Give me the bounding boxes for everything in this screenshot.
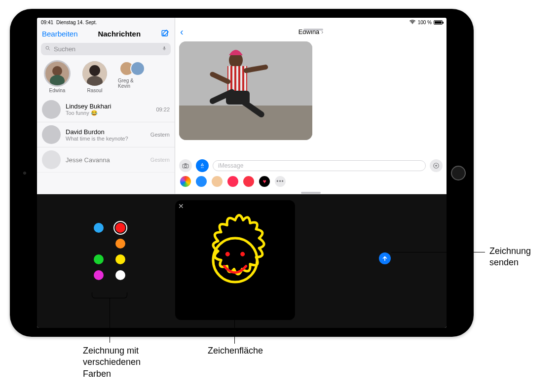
input-placeholder: iMessage: [218, 162, 243, 169]
callout-canvas: Zeichenfläche: [208, 345, 263, 356]
color-swatch-green[interactable]: [94, 254, 104, 264]
search-field[interactable]: Suchen: [41, 43, 171, 55]
messages-app: 09:41 Dienstag 14. Sept. Bearbeiten Nach…: [37, 18, 447, 194]
color-swatch-white[interactable]: [115, 270, 125, 280]
pinned-contact[interactable]: Edwina: [43, 61, 72, 93]
avatar: [42, 150, 61, 169]
conversation-row[interactable]: Lindsey Bukhari Too funny 😂 09:22: [37, 97, 175, 122]
conversation-pane: 100 % ‹ Edwina ›: [175, 18, 447, 194]
callout-line-colors: [110, 298, 110, 343]
color-palette: [94, 223, 127, 280]
svg-rect-3: [164, 46, 165, 49]
svg-point-29: [242, 253, 244, 255]
screen: 09:41 Dienstag 14. Sept. Bearbeiten Nach…: [37, 18, 447, 328]
svg-point-1: [46, 46, 49, 49]
row-time: Gestern: [150, 157, 170, 163]
contact-name: Lindsey Bukhari: [66, 103, 151, 110]
appstore-app-icon[interactable]: [196, 176, 207, 187]
pinned-name: Rasoul: [87, 88, 102, 93]
color-swatch-blue[interactable]: [94, 223, 104, 233]
music-app-icon[interactable]: [227, 176, 238, 187]
color-swatch-magenta[interactable]: [94, 270, 104, 280]
home-button[interactable]: [451, 166, 466, 180]
color-swatch-yellow[interactable]: [115, 254, 125, 264]
group-avatars: [119, 61, 145, 76]
wifi-icon: [409, 19, 416, 25]
avatar: [45, 61, 70, 86]
color-swatch-red[interactable]: [115, 223, 125, 233]
svg-rect-12: [179, 106, 312, 140]
pinned-name: Greg & Kevin: [118, 78, 147, 89]
app-drawer-grabber[interactable]: [301, 192, 321, 194]
color-swatch-orange[interactable]: [115, 239, 125, 249]
camera-button[interactable]: [179, 159, 192, 172]
row-time: Gestern: [150, 132, 170, 138]
pinned-contact[interactable]: Rasoul: [80, 61, 109, 93]
avatar: [42, 100, 61, 119]
audio-message-button[interactable]: [430, 159, 443, 172]
svg-point-5: [52, 66, 62, 76]
row-time: 09:22: [156, 107, 170, 112]
callout-line-canvas: [234, 319, 235, 344]
edit-button[interactable]: Bearbeiten: [42, 30, 78, 38]
svg-point-24: [185, 165, 187, 168]
back-button[interactable]: ‹: [180, 27, 184, 36]
appstore-button[interactable]: [196, 159, 209, 172]
battery-pct: 100 %: [418, 20, 432, 25]
close-canvas-button[interactable]: ✕: [178, 202, 184, 210]
svg-rect-25: [185, 163, 187, 164]
sidebar-nav: Bearbeiten Nachrichten: [37, 27, 175, 42]
pinned-row: Edwina Rasoul Greg & Kevin: [37, 58, 175, 97]
pinned-group[interactable]: Greg & Kevin: [118, 61, 147, 93]
callout-bracket-colors: [92, 292, 127, 298]
message-preview: What time is the keynote?: [66, 136, 146, 142]
status-bar-right: 100 %: [175, 18, 447, 27]
callout-colors: Zeichnung mit verschiedenen Farben: [83, 345, 167, 380]
itunes-app-icon[interactable]: [243, 176, 254, 187]
avatar: [82, 61, 107, 86]
contact-name: David Burdon: [66, 128, 146, 136]
photos-app-icon[interactable]: [180, 176, 191, 187]
svg-line-2: [49, 49, 50, 51]
more-apps-button[interactable]: •••: [275, 176, 286, 187]
pinned-name: Edwina: [49, 88, 66, 93]
dictate-icon[interactable]: [162, 45, 167, 53]
conversation-body[interactable]: [175, 38, 447, 157]
status-time: 09:41: [41, 20, 53, 25]
digital-touch-app-icon[interactable]: ♥: [259, 176, 270, 187]
message-preview: Too funny 😂: [66, 110, 151, 116]
battery-icon: [434, 20, 443, 25]
ipad-frame: 09:41 Dienstag 14. Sept. Bearbeiten Nach…: [10, 9, 474, 337]
contact-name: Jesse Cavanna: [66, 156, 146, 164]
search-icon: [45, 45, 51, 53]
search-placeholder: Suchen: [54, 45, 75, 53]
sidebar-title: Nachrichten: [78, 30, 161, 38]
front-camera: [23, 172, 26, 175]
send-drawing-button[interactable]: [379, 252, 391, 264]
compose-button[interactable]: [161, 29, 170, 39]
callout-send: Zeichnung senden: [489, 246, 554, 269]
grabber[interactable]: [303, 29, 323, 31]
conversation-row[interactable]: Jesse Cavanna Gestern: [37, 147, 175, 173]
app-strip[interactable]: ♥ •••: [175, 174, 447, 191]
conversation-list-sidebar: 09:41 Dienstag 14. Sept. Bearbeiten Nach…: [37, 18, 175, 194]
status-date: Dienstag 14. Sept.: [56, 20, 97, 25]
memoji-app-icon[interactable]: [212, 176, 223, 187]
svg-point-10: [412, 23, 413, 24]
conversation-row[interactable]: David Burdon What time is the keynote? G…: [37, 122, 175, 147]
message-input[interactable]: iMessage: [213, 160, 426, 171]
avatar: [42, 125, 61, 144]
svg-point-8: [89, 65, 100, 76]
conversation-list[interactable]: Lindsey Bukhari Too funny 😂 09:22 David …: [37, 97, 175, 194]
status-bar-left: 09:41 Dienstag 14. Sept.: [37, 18, 175, 27]
digital-touch-panel: ✕: [37, 194, 447, 328]
drawing-canvas[interactable]: ✕: [175, 200, 295, 320]
svg-point-28: [226, 253, 228, 255]
callout-line-send: [391, 252, 485, 252]
message-input-row: iMessage: [175, 157, 447, 174]
received-photo[interactable]: [179, 41, 312, 140]
